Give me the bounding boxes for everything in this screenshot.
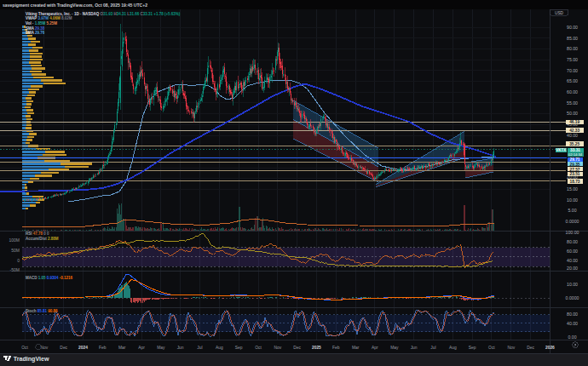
svg-text:USD: USD xyxy=(555,11,564,15)
svg-text:TradingView: TradingView xyxy=(14,356,49,363)
svg-text:savepigment created with Tradi: savepigment created with TradingView.com… xyxy=(3,3,147,8)
svg-text:RSI 47.78 0 0: RSI 47.78 0 0 xyxy=(26,232,49,236)
svg-text:Viking Therapeutics, Inc. · 1D: Viking Therapeutics, Inc. · 1D · NASDAQ … xyxy=(26,12,181,16)
svg-text:40.00: 40.00 xyxy=(567,321,578,326)
svg-text:Oct: Oct xyxy=(21,346,28,350)
svg-text:Vol · 1.85M 5.25M: Vol · 1.85M 5.25M xyxy=(26,21,57,26)
svg-text:Aug: Aug xyxy=(449,346,457,350)
svg-text:Sep: Sep xyxy=(235,346,243,350)
svg-text:0.0000: 0.0000 xyxy=(566,295,579,300)
svg-text:02:14:34: 02:14:34 xyxy=(568,152,583,157)
svg-text:Dec: Dec xyxy=(60,346,67,350)
svg-text:Jul: Jul xyxy=(197,346,202,350)
svg-text:Oct: Oct xyxy=(255,346,262,350)
svg-text:20.00: 20.00 xyxy=(567,266,578,271)
svg-text:90.00: 90.00 xyxy=(567,25,578,30)
svg-text:18.73: 18.73 xyxy=(569,180,579,184)
svg-text:MACD 1.05 0.9304 -0.1216: MACD 1.05 0.9304 -0.1216 xyxy=(26,276,73,280)
svg-text:100M: 100M xyxy=(9,237,20,243)
svg-text:75.00: 75.00 xyxy=(567,57,578,62)
svg-text:0.00: 0.00 xyxy=(568,335,576,340)
svg-text:Nov: Nov xyxy=(274,346,281,350)
svg-text:VKTX: VKTX xyxy=(556,148,566,152)
svg-text:Stoch 85.81 90.86: Stoch 85.81 90.86 xyxy=(26,309,58,313)
svg-text:55.00: 55.00 xyxy=(567,100,578,106)
svg-text:SMA 29.38: SMA 29.38 xyxy=(26,26,45,31)
svg-text:46.19: 46.19 xyxy=(569,120,579,124)
svg-text:27.57: 27.57 xyxy=(569,168,579,172)
svg-text:Apr: Apr xyxy=(138,346,145,350)
svg-text:60.00: 60.00 xyxy=(567,89,578,94)
svg-text:0.0000: 0.0000 xyxy=(566,219,579,224)
svg-text:-50M: -50M xyxy=(10,267,20,272)
svg-text:23.51: 23.51 xyxy=(569,172,579,176)
svg-text:85.00: 85.00 xyxy=(567,36,578,41)
svg-text:Mar: Mar xyxy=(118,346,126,350)
svg-text:0: 0 xyxy=(17,258,20,263)
svg-text:40.00: 40.00 xyxy=(567,133,578,138)
svg-text:40.00: 40.00 xyxy=(567,258,578,263)
svg-text:Nov: Nov xyxy=(507,346,515,350)
svg-text:Mar: Mar xyxy=(352,346,360,350)
svg-text:50.00: 50.00 xyxy=(567,111,578,116)
svg-text:65.00: 65.00 xyxy=(567,78,578,83)
svg-text:May: May xyxy=(390,346,399,350)
svg-text:50M: 50M xyxy=(11,248,20,253)
svg-text:60.00: 60.00 xyxy=(567,249,578,254)
svg-text:May: May xyxy=(157,346,165,350)
svg-text:Dec: Dec xyxy=(293,346,301,350)
svg-text:Accum/Dist 2.88M: Accum/Dist 2.88M xyxy=(26,237,59,241)
svg-text:Dec: Dec xyxy=(527,346,534,350)
svg-text:Jun: Jun xyxy=(177,346,184,350)
svg-text:Jul: Jul xyxy=(430,346,435,350)
svg-text:Aug: Aug xyxy=(216,346,223,350)
svg-text:10.00: 10.00 xyxy=(567,282,578,287)
svg-text:Jun: Jun xyxy=(411,346,418,350)
svg-text:Sep: Sep xyxy=(469,346,476,350)
svg-text:Feb: Feb xyxy=(332,346,340,350)
svg-text:35.25: 35.25 xyxy=(569,142,579,146)
svg-text:100.00: 100.00 xyxy=(566,230,579,235)
svg-text:42.33: 42.33 xyxy=(569,129,579,133)
svg-text:80.00: 80.00 xyxy=(567,239,578,244)
svg-text:80.00: 80.00 xyxy=(567,312,578,317)
svg-text:Feb: Feb xyxy=(99,346,107,350)
svg-text:15.00: 15.00 xyxy=(567,186,578,192)
svg-text:Nov: Nov xyxy=(40,346,48,350)
svg-text:10.00: 10.00 xyxy=(567,197,578,203)
svg-text:2026: 2026 xyxy=(545,346,555,350)
svg-text:29.71: 29.71 xyxy=(569,157,579,162)
svg-text:2025: 2025 xyxy=(312,346,321,350)
svg-text:Apr: Apr xyxy=(372,346,378,350)
svg-text:VWAP 3.97M 4.06M 8.02M: VWAP 3.97M 4.06M 8.02M xyxy=(26,16,72,20)
svg-text:Oct: Oct xyxy=(488,346,495,350)
svg-text:SMA 29.76: SMA 29.76 xyxy=(26,31,45,35)
svg-text:70.00: 70.00 xyxy=(567,68,578,73)
svg-text:5.00: 5.00 xyxy=(568,208,576,213)
svg-text:80.00: 80.00 xyxy=(567,46,578,51)
svg-text:29.35: 29.35 xyxy=(569,163,579,167)
svg-text:2024: 2024 xyxy=(78,346,88,350)
